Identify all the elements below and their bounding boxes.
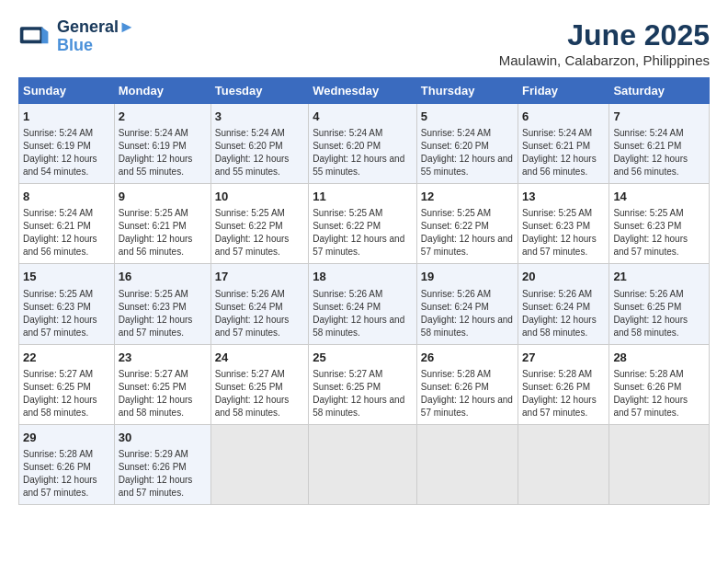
day-number: 25: [313, 350, 413, 366]
day-cell: 26 Sunrise: 5:28 AM Sunset: 6:26 PM Dayl…: [416, 344, 518, 424]
day-cell: 9 Sunrise: 5:25 AM Sunset: 6:21 PM Dayli…: [114, 184, 210, 264]
day-number: 15: [23, 269, 110, 285]
day-cell: 27 Sunrise: 5:28 AM Sunset: 6:26 PM Dayl…: [518, 344, 609, 424]
sunrise-text: Sunrise: 5:24 AM: [421, 127, 514, 140]
day-cell: [210, 424, 308, 504]
page-header: General► Blue June 2025 Maulawin, Calaba…: [18, 18, 710, 68]
day-number: 7: [613, 109, 705, 125]
logo-text: General► Blue: [57, 18, 135, 55]
daylight-text: Daylight: 12 hours and 58 minutes.: [613, 314, 705, 339]
daylight-text: Daylight: 12 hours and 58 minutes.: [421, 314, 514, 339]
sunrise-text: Sunrise: 5:25 AM: [613, 207, 705, 220]
day-number: 20: [522, 269, 605, 285]
sunset-text: Sunset: 6:21 PM: [613, 140, 705, 153]
day-cell: 7 Sunrise: 5:24 AM Sunset: 6:21 PM Dayli…: [609, 104, 710, 184]
daylight-text: Daylight: 12 hours and 58 minutes.: [313, 394, 413, 419]
day-number: 24: [215, 350, 304, 366]
day-cell: 17 Sunrise: 5:26 AM Sunset: 6:24 PM Dayl…: [210, 264, 308, 344]
day-cell: 15 Sunrise: 5:25 AM Sunset: 6:23 PM Dayl…: [19, 264, 115, 344]
day-number: 14: [613, 189, 705, 205]
sunrise-text: Sunrise: 5:26 AM: [215, 288, 304, 301]
daylight-text: Daylight: 12 hours and 57 minutes.: [119, 474, 207, 500]
day-number: 23: [119, 350, 207, 366]
day-cell: 25 Sunrise: 5:27 AM Sunset: 6:25 PM Dayl…: [309, 344, 417, 424]
subtitle: Maulawin, Calabarzon, Philippines: [499, 52, 710, 68]
week-row-5: 29 Sunrise: 5:28 AM Sunset: 6:26 PM Dayl…: [19, 424, 710, 504]
title-area: June 2025 Maulawin, Calabarzon, Philippi…: [499, 18, 710, 68]
daylight-text: Daylight: 12 hours and 57 minutes.: [421, 233, 514, 259]
day-cell: 19 Sunrise: 5:26 AM Sunset: 6:24 PM Dayl…: [416, 264, 518, 344]
daylight-text: Daylight: 12 hours and 57 minutes.: [613, 394, 705, 419]
sunrise-text: Sunrise: 5:27 AM: [119, 368, 207, 381]
sunrise-text: Sunrise: 5:25 AM: [522, 207, 605, 220]
week-row-4: 22 Sunrise: 5:27 AM Sunset: 6:25 PM Dayl…: [19, 344, 710, 424]
sunrise-text: Sunrise: 5:25 AM: [119, 207, 207, 220]
day-cell: 30 Sunrise: 5:29 AM Sunset: 6:26 PM Dayl…: [114, 424, 210, 504]
sunrise-text: Sunrise: 5:26 AM: [613, 288, 705, 301]
daylight-text: Daylight: 12 hours and 57 minutes.: [23, 314, 110, 339]
day-cell: 2 Sunrise: 5:24 AM Sunset: 6:19 PM Dayli…: [114, 104, 210, 184]
day-cell: 1 Sunrise: 5:24 AM Sunset: 6:19 PM Dayli…: [19, 104, 115, 184]
calendar-table: SundayMondayTuesdayWednesdayThursdayFrid…: [18, 77, 710, 505]
daylight-text: Daylight: 12 hours and 55 minutes.: [421, 153, 514, 178]
daylight-text: Daylight: 12 hours and 57 minutes.: [23, 474, 110, 500]
day-cell: [309, 424, 417, 504]
sunset-text: Sunset: 6:22 PM: [215, 220, 304, 233]
sunrise-text: Sunrise: 5:25 AM: [119, 288, 207, 301]
day-cell: [518, 424, 609, 504]
sunrise-text: Sunrise: 5:25 AM: [23, 288, 110, 301]
sunset-text: Sunset: 6:25 PM: [613, 301, 705, 314]
day-number: 30: [119, 430, 207, 446]
sunset-text: Sunset: 6:19 PM: [119, 140, 207, 153]
daylight-text: Daylight: 12 hours and 57 minutes.: [522, 233, 605, 259]
day-cell: 29 Sunrise: 5:28 AM Sunset: 6:26 PM Dayl…: [19, 424, 115, 504]
sunrise-text: Sunrise: 5:24 AM: [23, 207, 110, 220]
day-number: 22: [23, 350, 110, 366]
day-number: 26: [421, 350, 514, 366]
col-header-sunday: Sunday: [19, 78, 115, 104]
sunrise-text: Sunrise: 5:27 AM: [23, 368, 110, 381]
daylight-text: Daylight: 12 hours and 55 minutes.: [215, 153, 304, 178]
daylight-text: Daylight: 12 hours and 57 minutes.: [215, 314, 304, 339]
day-cell: 18 Sunrise: 5:26 AM Sunset: 6:24 PM Dayl…: [309, 264, 417, 344]
day-number: 21: [613, 269, 705, 285]
sunset-text: Sunset: 6:24 PM: [522, 301, 605, 314]
week-row-2: 8 Sunrise: 5:24 AM Sunset: 6:21 PM Dayli…: [19, 184, 710, 264]
daylight-text: Daylight: 12 hours and 58 minutes.: [215, 394, 304, 419]
sunset-text: Sunset: 6:22 PM: [421, 220, 514, 233]
sunset-text: Sunset: 6:25 PM: [23, 381, 110, 394]
sunrise-text: Sunrise: 5:24 AM: [23, 127, 110, 140]
day-cell: 12 Sunrise: 5:25 AM Sunset: 6:22 PM Dayl…: [416, 184, 518, 264]
daylight-text: Daylight: 12 hours and 56 minutes.: [23, 233, 110, 259]
day-number: 19: [421, 269, 514, 285]
sunset-text: Sunset: 6:20 PM: [421, 140, 514, 153]
sunset-text: Sunset: 6:26 PM: [613, 381, 705, 394]
sunset-text: Sunset: 6:26 PM: [119, 461, 207, 474]
day-number: 6: [522, 109, 605, 125]
daylight-text: Daylight: 12 hours and 55 minutes.: [119, 153, 207, 178]
col-header-monday: Monday: [114, 78, 210, 104]
sunrise-text: Sunrise: 5:24 AM: [215, 127, 304, 140]
daylight-text: Daylight: 12 hours and 58 minutes.: [522, 314, 605, 339]
col-header-saturday: Saturday: [609, 78, 710, 104]
day-cell: 28 Sunrise: 5:28 AM Sunset: 6:26 PM Dayl…: [609, 344, 710, 424]
sunset-text: Sunset: 6:24 PM: [421, 301, 514, 314]
sunrise-text: Sunrise: 5:24 AM: [119, 127, 207, 140]
sunrise-text: Sunrise: 5:24 AM: [522, 127, 605, 140]
day-number: 4: [313, 109, 413, 125]
sunset-text: Sunset: 6:21 PM: [119, 220, 207, 233]
sunset-text: Sunset: 6:24 PM: [215, 301, 304, 314]
sunset-text: Sunset: 6:20 PM: [313, 140, 413, 153]
day-number: 2: [119, 109, 207, 125]
day-number: 12: [421, 189, 514, 205]
col-header-wednesday: Wednesday: [309, 78, 417, 104]
day-number: 11: [313, 189, 413, 205]
day-number: 3: [215, 109, 304, 125]
sunset-text: Sunset: 6:21 PM: [522, 140, 605, 153]
sunset-text: Sunset: 6:23 PM: [613, 220, 705, 233]
sunset-text: Sunset: 6:25 PM: [215, 381, 304, 394]
sunset-text: Sunset: 6:25 PM: [313, 381, 413, 394]
sunrise-text: Sunrise: 5:28 AM: [421, 368, 514, 381]
week-row-1: 1 Sunrise: 5:24 AM Sunset: 6:19 PM Dayli…: [19, 104, 710, 184]
daylight-text: Daylight: 12 hours and 57 minutes.: [119, 314, 207, 339]
